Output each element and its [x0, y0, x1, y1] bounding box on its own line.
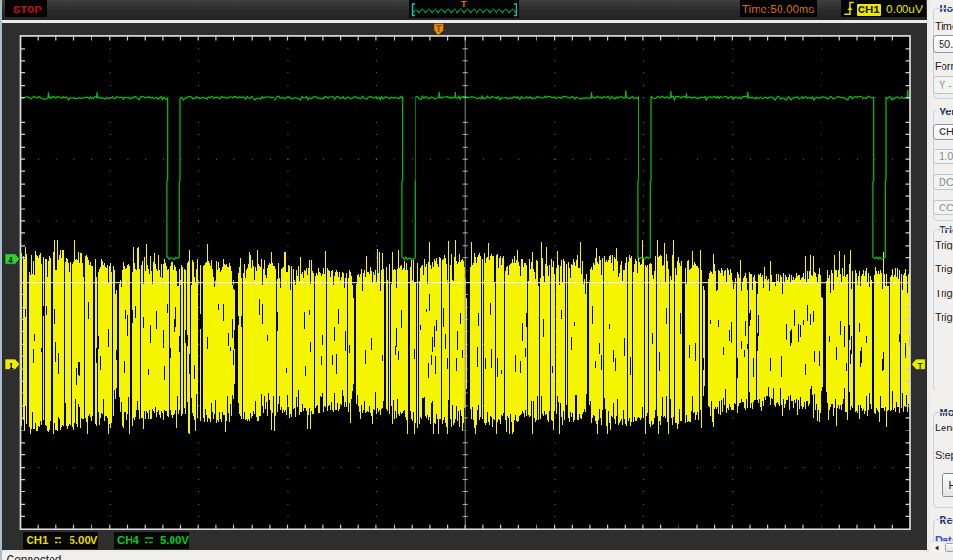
svg-text:4: 4 — [8, 254, 13, 265]
svg-text:T: T — [436, 23, 441, 33]
svg-text:1: 1 — [9, 359, 14, 370]
svg-text:T: T — [461, 0, 467, 9]
svg-text:T: T — [917, 359, 923, 370]
